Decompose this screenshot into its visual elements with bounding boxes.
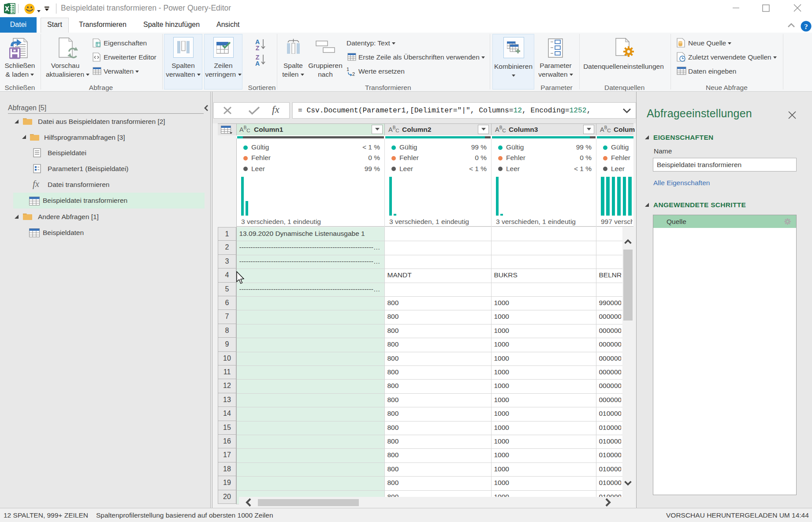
svg-text:1: 1	[346, 67, 349, 72]
svg-text:A: A	[255, 60, 260, 67]
svg-text:?: ?	[804, 22, 808, 31]
svg-text:Z: Z	[256, 45, 260, 51]
svg-text:2: 2	[352, 71, 355, 76]
